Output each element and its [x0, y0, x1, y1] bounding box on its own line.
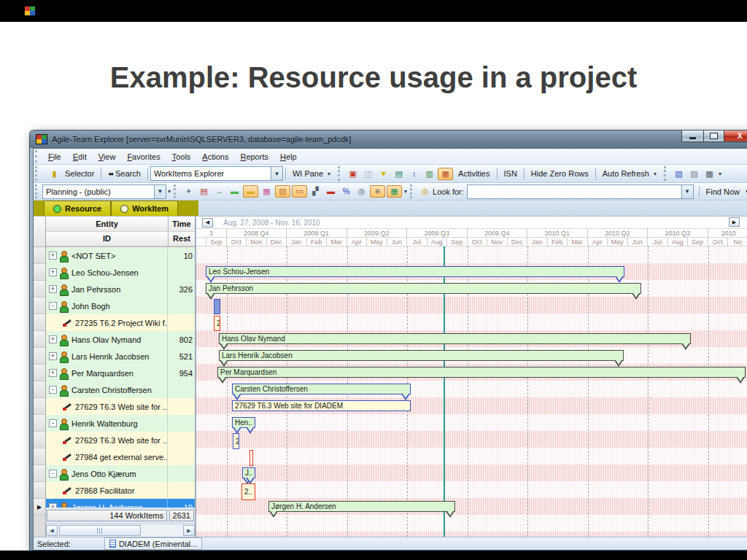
tree-row-resource[interactable]: +<NOT SET>10 — [46, 247, 195, 264]
grid-pink-icon[interactable]: ▦ — [260, 185, 274, 198]
gantt-bar[interactable]: Jørgen H. Andersen — [268, 501, 455, 512]
row-selector-cell[interactable] — [34, 398, 45, 415]
gantt-bar[interactable] — [214, 299, 220, 314]
menu-item[interactable]: Help — [274, 151, 303, 163]
report-book-icon[interactable]: ▧ — [672, 168, 686, 180]
toolbar-grip[interactable] — [174, 184, 179, 198]
tree-row-resource[interactable]: -Henrik Waltenburg — [46, 415, 195, 432]
activities-button[interactable]: Activities — [454, 168, 494, 179]
tree-row-workitem[interactable]: 27868 Facilitator — [46, 482, 195, 499]
bracket-icon[interactable]: ▭ — [292, 185, 307, 198]
expand-toggle[interactable]: + — [49, 268, 57, 276]
legend-bars-icon[interactable]: ▤ — [197, 185, 211, 198]
row-selector-cell[interactable] — [34, 448, 45, 465]
tree-row-resource[interactable]: +Jan Pehrsson326 — [46, 281, 195, 298]
toolbar-overflow-arrow[interactable]: ▾ — [717, 171, 723, 177]
calendar-icon[interactable]: ▦ — [387, 185, 402, 198]
link-icon[interactable]: ◫ — [361, 168, 375, 180]
menu-item[interactable]: Reports — [234, 151, 274, 163]
scroll-to-bar-icon[interactable]: → — [212, 185, 226, 198]
row-selector-cell[interactable] — [34, 298, 45, 314]
tree-row-workitem[interactable]: 27235 T6.2 Project Wiki f... — [46, 314, 195, 331]
row-selector-cell[interactable] — [34, 415, 45, 432]
zoom-icon[interactable]: ◎ — [355, 185, 368, 198]
close-button[interactable]: X — [724, 131, 747, 142]
tree-row-resource[interactable]: +Leo Schou-Jensen — [46, 264, 195, 281]
gantt-bar[interactable]: 2 — [233, 433, 239, 449]
window-titlebar[interactable]: Agile-Team Explorer [server=svrMunin\SQL… — [30, 131, 747, 148]
tree-view-icon[interactable]: ▧ — [275, 185, 290, 198]
rest-column-header[interactable]: Rest — [169, 232, 195, 247]
gantt-bar[interactable]: Per Marquardsen — [217, 367, 746, 378]
bar-green-icon[interactable]: ▬ — [228, 185, 241, 198]
gantt-bar[interactable]: 27629 T6.3 Web site for DIADEM — [232, 400, 411, 411]
menu-item[interactable]: View — [93, 151, 122, 163]
expand-toggle[interactable]: + — [49, 352, 57, 360]
workitem-new-icon[interactable]: ▣ — [346, 168, 360, 180]
expand-toggle[interactable]: + — [49, 369, 57, 377]
look-for-input[interactable]: ▼ — [467, 184, 694, 199]
toolbar-overflow-arrow[interactable]: ▾ — [744, 188, 747, 195]
tree-row-resource[interactable]: +Hans Olav Nymand802 — [46, 331, 195, 348]
expand-toggle[interactable]: - — [49, 419, 57, 427]
expand-toggle[interactable]: - — [49, 302, 57, 310]
row-selector-cell[interactable] — [34, 381, 45, 398]
toolbar-grip[interactable] — [35, 184, 41, 198]
hierarchy-icon[interactable]: ▥ — [422, 168, 436, 180]
tree-row-resource[interactable]: +Lars Henrik Jacobsen521 — [46, 348, 195, 365]
maximize-button[interactable] — [704, 131, 724, 142]
hide-zero-rows-button[interactable]: Hide Zero Rows — [527, 168, 593, 179]
tree-row-resource[interactable]: -Carsten Christoffersen — [46, 381, 195, 398]
gantt-bar[interactable]: Carsten Christoffersen — [232, 384, 411, 394]
gantt-bar[interactable]: 2 — [214, 316, 220, 331]
auto-refresh-button[interactable]: Auto Refresh▾ — [598, 168, 662, 179]
tab-resource[interactable]: Resource — [44, 201, 111, 216]
tree-row-resource[interactable]: -John Bogh — [46, 298, 195, 314]
row-selector-cell[interactable] — [34, 432, 45, 448]
menu-item[interactable]: Tools — [166, 151, 197, 163]
gantt-bar[interactable]: Hans Olav Nymand — [219, 333, 691, 344]
row-selector-cell[interactable] — [34, 264, 45, 281]
gantt-chart-body[interactable]: Leo Schou-JensenJan Pehrsson2Hans Olav N… — [196, 246, 747, 537]
menu-item[interactable]: Actions — [196, 151, 234, 163]
outline-icon[interactable]: ▤ — [392, 168, 406, 180]
row-selector-cell[interactable] — [34, 247, 45, 264]
gantt-bar[interactable]: J.. — [242, 467, 255, 478]
expand-toggle[interactable]: + — [49, 285, 57, 293]
row-selector-cell[interactable]: ▶ — [34, 499, 45, 516]
print-preview-icon[interactable]: ▨ — [687, 168, 701, 180]
tree-row-resource[interactable]: +Jørgen H. Andersen19 — [46, 499, 195, 508]
selected-item-box[interactable]: DIADEM (Eminental... — [104, 537, 203, 550]
row-selector-cell[interactable] — [34, 482, 45, 499]
percent-icon[interactable]: % — [339, 185, 353, 198]
search-button[interactable]: ●●Search — [104, 168, 145, 179]
scroll-dates-right-button[interactable]: ▶ — [729, 217, 740, 227]
toolbar-grip[interactable] — [35, 166, 41, 181]
toolbar-overflow-arrow[interactable]: ▾ — [403, 188, 409, 195]
expand-toggle[interactable]: + — [49, 335, 57, 343]
tab-workitem[interactable]: WorkItem — [111, 201, 178, 216]
menu-item[interactable]: File — [42, 151, 67, 163]
menu-item[interactable]: Favorites — [121, 151, 166, 163]
bar-progress-icon[interactable]: ▬ — [243, 185, 258, 198]
tree-row-workitem[interactable]: 27629 T6.3 Web site for ... — [46, 432, 195, 448]
time-column-header[interactable]: Time — [169, 217, 195, 232]
row-selector-cell[interactable] — [34, 365, 45, 381]
sort-updown-icon[interactable]: ↕ — [407, 168, 421, 180]
print-icon[interactable]: ▩ — [703, 168, 716, 180]
gantt-bar[interactable]: Lars Henrik Jacobsen — [219, 350, 624, 361]
expand-toggle[interactable]: - — [49, 386, 57, 394]
isn-button[interactable]: ISN — [500, 168, 522, 179]
gantt-bar[interactable] — [249, 450, 253, 466]
group-columns-icon[interactable]: ▦ — [438, 168, 453, 180]
scrollbar-thumb[interactable] — [59, 525, 141, 536]
tools-icon[interactable]: ✦ — [182, 185, 196, 198]
toolbar-grip[interactable] — [35, 150, 41, 163]
tree-row-resource[interactable]: -Jens Otto Kjærum — [46, 465, 195, 482]
critical-line-icon[interactable]: ▬ — [324, 185, 338, 198]
wi-pane-button[interactable]: WI Pane▾ — [288, 168, 336, 179]
dropdown-arrow-icon[interactable]: ▼ — [681, 185, 693, 198]
scroll-dates-left-button[interactable]: ◀ — [202, 218, 213, 228]
filter-icon[interactable]: ▼ — [376, 168, 390, 180]
gantt-bar[interactable]: Jan Pehrsson — [206, 283, 641, 294]
